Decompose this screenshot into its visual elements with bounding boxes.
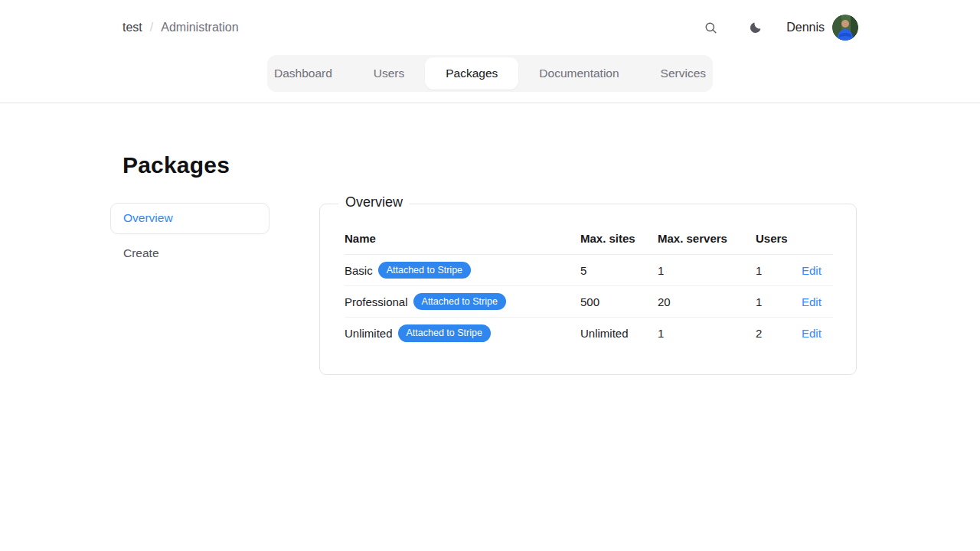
- sidebar-item-overview[interactable]: Overview: [110, 203, 270, 234]
- packages-table: Name Max. sites Max. servers Users Basic…: [345, 223, 833, 349]
- table-row: Basic Attached to Stripe 5 1 1 Edit: [345, 255, 833, 286]
- sidebar-item-create[interactable]: Create: [110, 237, 270, 260]
- breadcrumb: test / Administration: [122, 0, 239, 55]
- tab-services[interactable]: Services: [640, 57, 727, 90]
- users-value: 1: [756, 295, 802, 308]
- topbar-actions: Dennis: [702, 0, 858, 55]
- table-row: Professional Attached to Stripe 500 20 1…: [345, 286, 833, 318]
- max-sites-value: Unlimited: [580, 327, 658, 340]
- breadcrumb-separator: /: [150, 21, 153, 34]
- col-header-users: Users: [756, 232, 802, 245]
- col-header-max-sites: Max. sites: [580, 232, 658, 245]
- tab-packages[interactable]: Packages: [425, 57, 518, 90]
- max-sites-value: 500: [580, 295, 658, 308]
- tab-dashboard[interactable]: Dashboard: [253, 57, 353, 90]
- page: test / Administration Dennis: [0, 0, 980, 551]
- stripe-badge: Attached to Stripe: [398, 324, 491, 342]
- users-value: 2: [756, 327, 802, 340]
- edit-link[interactable]: Edit: [802, 327, 822, 340]
- package-name: Basic: [345, 264, 373, 277]
- edit-link[interactable]: Edit: [802, 295, 822, 308]
- col-header-max-servers: Max. servers: [658, 232, 756, 245]
- breadcrumb-current: Administration: [161, 21, 238, 34]
- package-name-cell: Unlimited Attached to Stripe: [345, 324, 580, 342]
- search-icon[interactable]: [702, 19, 719, 36]
- breadcrumb-root[interactable]: test: [122, 21, 142, 34]
- table-row: Unlimited Attached to Stripe Unlimited 1…: [345, 318, 833, 349]
- panel-legend: Overview: [338, 194, 410, 210]
- package-name: Unlimited: [345, 327, 393, 340]
- users-value: 1: [756, 264, 802, 277]
- stripe-badge: Attached to Stripe: [378, 262, 471, 279]
- tab-users[interactable]: Users: [353, 57, 425, 90]
- max-servers-value: 1: [658, 264, 756, 277]
- max-sites-value: 5: [580, 264, 658, 277]
- header-divider: [0, 103, 980, 103]
- package-name-cell: Professional Attached to Stripe: [345, 293, 580, 311]
- moon-icon[interactable]: [746, 19, 763, 36]
- stripe-badge: Attached to Stripe: [413, 293, 506, 311]
- max-servers-value: 1: [658, 327, 756, 340]
- tab-documentation[interactable]: Documentation: [518, 57, 639, 90]
- package-name: Professional: [345, 295, 408, 308]
- user-name[interactable]: Dennis: [786, 21, 825, 34]
- overview-panel: Overview Name Max. sites Max. servers Us…: [319, 204, 857, 375]
- edit-link[interactable]: Edit: [802, 264, 822, 277]
- col-header-name: Name: [345, 232, 580, 245]
- avatar[interactable]: [832, 15, 858, 41]
- topbar: test / Administration Dennis: [0, 0, 980, 55]
- package-name-cell: Basic Attached to Stripe: [345, 262, 580, 279]
- side-nav: Overview Create: [110, 203, 270, 260]
- panel-body: Name Max. sites Max. servers Users Basic…: [320, 204, 856, 349]
- max-servers-value: 20: [658, 295, 756, 308]
- page-title: Packages: [122, 152, 230, 178]
- tabbar: Dashboard Users Packages Documentation S…: [267, 55, 713, 92]
- table-header-row: Name Max. sites Max. servers Users: [345, 223, 833, 255]
